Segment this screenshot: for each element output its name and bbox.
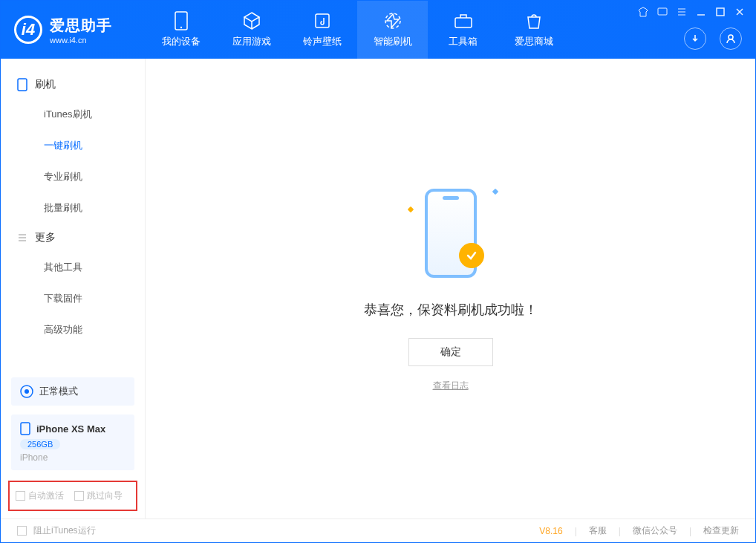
auto-activate-label: 自动激活 — [28, 490, 64, 501]
logo-text: 爱思助手 www.i4.cn — [50, 16, 112, 45]
sidebar-item-download-firmware[interactable]: 下载固件 — [1, 283, 145, 314]
tab-label: 爱思商城 — [515, 35, 553, 48]
options-row: 自动激活 跳过向导 — [8, 481, 137, 511]
auto-activate-checkbox[interactable]: 自动激活 — [16, 490, 64, 502]
svg-rect-6 — [717, 8, 724, 16]
feedback-icon[interactable] — [657, 7, 668, 17]
sidebar-item-pro-flash[interactable]: 专业刷机 — [1, 161, 145, 192]
app-name-en: www.i4.cn — [50, 36, 112, 45]
shirt-icon[interactable] — [638, 7, 648, 17]
tab-my-device[interactable]: 我的设备 — [146, 1, 216, 59]
sidebar-item-other-tools[interactable]: 其他工具 — [1, 252, 145, 283]
menu-icon[interactable] — [677, 7, 687, 17]
tab-label: 铃声壁纸 — [303, 35, 342, 48]
sparkle-icon — [492, 189, 498, 195]
tab-label: 我的设备 — [162, 35, 201, 48]
device-capacity: 256GB — [20, 439, 60, 449]
skip-guide-checkbox[interactable]: 跳过向导 — [74, 490, 123, 502]
cube-icon — [242, 11, 261, 30]
app-name-cn: 爱思助手 — [50, 16, 112, 36]
svg-rect-8 — [18, 79, 27, 91]
nav-tabs: 我的设备 应用游戏 铃声壁纸 智能刷机 工具箱 爱思商城 — [146, 1, 569, 59]
block-itunes-label: 阻止iTunes运行 — [33, 524, 96, 537]
user-icon[interactable] — [720, 27, 742, 50]
svg-rect-5 — [658, 8, 667, 15]
music-icon — [313, 11, 332, 30]
footer: 阻止iTunes运行 V8.16 | 客服 | 微信公众号 | 检查更新 — [1, 518, 755, 542]
svg-rect-11 — [21, 423, 30, 435]
tab-label: 工具箱 — [449, 35, 478, 48]
view-log-link[interactable]: 查看日志 — [433, 380, 469, 392]
device-name: iPhone XS Max — [36, 423, 105, 435]
app-header: i4 爱思助手 www.i4.cn 我的设备 应用游戏 铃声壁纸 智能刷机 工具… — [1, 1, 755, 59]
tab-store[interactable]: 爱思商城 — [498, 1, 569, 59]
sidebar: 刷机 iTunes刷机 一键刷机 专业刷机 批量刷机 更多 其他工具 下载固件 … — [1, 59, 146, 518]
phone-icon — [17, 78, 27, 91]
svg-point-7 — [729, 35, 733, 39]
tab-label: 智能刷机 — [374, 35, 412, 48]
tab-label: 应用游戏 — [232, 35, 271, 48]
mode-label: 正常模式 — [39, 385, 78, 398]
tab-apps[interactable]: 应用游戏 — [216, 1, 287, 59]
sidebar-item-itunes-flash[interactable]: iTunes刷机 — [1, 99, 145, 130]
block-itunes-checkbox[interactable]: 阻止iTunes运行 — [17, 524, 96, 537]
mode-box[interactable]: 正常模式 — [11, 377, 134, 406]
close-icon[interactable] — [734, 7, 745, 17]
tab-ringtones[interactable]: 铃声壁纸 — [287, 1, 357, 59]
sidebar-item-oneclick-flash[interactable]: 一键刷机 — [1, 130, 145, 161]
download-icon[interactable] — [684, 27, 706, 50]
mode-icon — [20, 385, 33, 398]
sidebar-item-batch-flash[interactable]: 批量刷机 — [1, 192, 145, 224]
section-label: 更多 — [35, 231, 56, 244]
window-controls — [638, 7, 745, 17]
tab-toolbox[interactable]: 工具箱 — [428, 1, 498, 59]
svg-rect-4 — [455, 18, 472, 27]
success-illustration — [410, 185, 492, 282]
svg-rect-2 — [316, 14, 329, 27]
device-type: iPhone — [20, 452, 126, 463]
version-label: V8.16 — [539, 526, 562, 536]
section-label: 刷机 — [35, 78, 56, 91]
support-link[interactable]: 客服 — [589, 524, 607, 537]
sidebar-section-flash: 刷机 — [1, 71, 145, 99]
success-message: 恭喜您，保资料刷机成功啦！ — [364, 301, 538, 319]
list-icon — [17, 233, 27, 243]
device-phone-icon — [20, 422, 30, 435]
minimize-icon[interactable] — [696, 7, 706, 17]
check-update-link[interactable]: 检查更新 — [703, 524, 739, 537]
maximize-icon[interactable] — [715, 7, 726, 17]
svg-point-1 — [180, 27, 181, 28]
refresh-icon — [383, 11, 403, 30]
sparkle-icon — [407, 207, 413, 212]
header-action-icons — [684, 27, 742, 50]
wechat-link[interactable]: 微信公众号 — [633, 524, 677, 537]
logo-area: i4 爱思助手 www.i4.cn — [1, 16, 146, 45]
toolbox-icon — [454, 11, 473, 30]
svg-point-10 — [25, 389, 29, 394]
content-area: 恭喜您，保资料刷机成功啦！ 确定 查看日志 — [146, 59, 755, 518]
ok-button[interactable]: 确定 — [408, 338, 493, 366]
bag-icon — [524, 11, 544, 30]
device-box[interactable]: iPhone XS Max 256GB iPhone — [11, 414, 134, 470]
check-badge-icon — [459, 243, 484, 268]
sidebar-section-more: 更多 — [1, 224, 145, 252]
device-icon — [172, 11, 191, 30]
skip-guide-label: 跳过向导 — [87, 490, 123, 501]
logo-icon: i4 — [14, 16, 42, 44]
tab-flash[interactable]: 智能刷机 — [357, 1, 428, 59]
sidebar-item-advanced[interactable]: 高级功能 — [1, 314, 145, 345]
